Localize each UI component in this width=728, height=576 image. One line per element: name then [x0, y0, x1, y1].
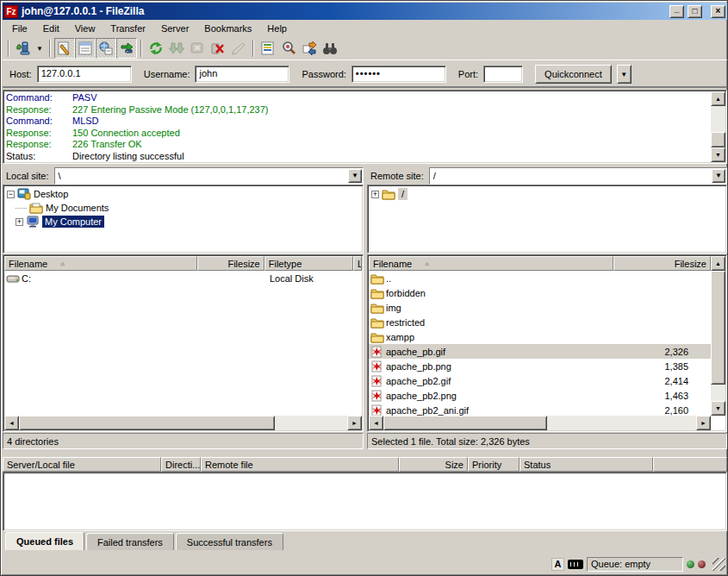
- folder-icon: [370, 331, 384, 343]
- log-vertical-scrollbar[interactable]: ▲ ▼: [711, 91, 725, 162]
- remote-vertical-scrollbar[interactable]: ▲ ▼: [711, 256, 725, 416]
- log-line: Response:150 Connection accepted: [3, 128, 726, 140]
- minimize-button[interactable]: _: [669, 5, 684, 18]
- remote-horizontal-scrollbar[interactable]: ◄ ►: [369, 416, 711, 430]
- filter-button[interactable]: [258, 38, 278, 59]
- host-input[interactable]: 127.0.0.1: [37, 66, 132, 83]
- tree-item-desktop[interactable]: − Desktop: [3, 187, 363, 201]
- menu-transfer[interactable]: Transfer: [103, 22, 153, 35]
- table-row[interactable]: apache_pb2.png 1,463: [369, 388, 711, 403]
- scroll-right-icon[interactable]: ►: [347, 416, 362, 430]
- column-header-priority[interactable]: Priority: [468, 457, 520, 472]
- tree-item-my-documents[interactable]: My Documents: [3, 201, 363, 215]
- table-row[interactable]: ..: [369, 271, 711, 285]
- password-input[interactable]: ••••••: [352, 66, 446, 83]
- table-row[interactable]: apache_pb2_ani.gif 2,160: [369, 403, 711, 416]
- find-files-button[interactable]: [320, 38, 340, 59]
- resize-grip[interactable]: [712, 558, 725, 571]
- column-header-filename[interactable]: Filename ▲: [4, 256, 197, 271]
- port-input[interactable]: [483, 66, 523, 83]
- table-row[interactable]: C: Local Disk: [4, 271, 362, 285]
- synchronized-browsing-button[interactable]: [299, 38, 320, 59]
- quickconnect-button[interactable]: Quickconnect: [535, 65, 612, 84]
- chevron-down-icon[interactable]: ▼: [348, 169, 362, 183]
- disconnect-button[interactable]: [208, 38, 228, 59]
- close-button[interactable]: ×: [711, 5, 725, 18]
- table-row-selected[interactable]: apache_pb.gif 2,326: [369, 344, 711, 359]
- table-row[interactable]: restricted: [369, 315, 711, 329]
- column-header-size[interactable]: Size: [399, 457, 468, 472]
- abort-button[interactable]: [228, 38, 249, 59]
- quickconnect-dropdown-button[interactable]: ▼: [617, 65, 632, 84]
- remote-site-combobox[interactable]: / ▼: [429, 167, 727, 185]
- status-badge-icon[interactable]: [568, 560, 583, 569]
- tab-failed-transfers[interactable]: Failed transfers: [86, 533, 174, 550]
- queue-list[interactable]: [3, 472, 727, 531]
- expand-icon[interactable]: +: [371, 191, 379, 198]
- table-row[interactable]: xampp: [369, 329, 711, 344]
- column-header-direction[interactable]: Directi...: [161, 457, 201, 472]
- cancel-button[interactable]: [187, 38, 208, 59]
- menu-bookmarks[interactable]: Bookmarks: [196, 22, 259, 35]
- column-header-filesize[interactable]: Filesize: [197, 256, 264, 271]
- chevron-down-icon[interactable]: ▼: [712, 169, 725, 183]
- menu-server[interactable]: Server: [153, 22, 196, 35]
- column-header-filename[interactable]: Filename ▲: [369, 256, 613, 271]
- site-manager-icon: [16, 41, 31, 56]
- column-header-last-modified[interactable]: L: [353, 256, 362, 271]
- folder-icon: [370, 302, 384, 314]
- site-manager-dropdown-button[interactable]: ▼: [34, 38, 46, 59]
- menu-file[interactable]: File: [4, 22, 35, 35]
- column-header-server-local-file[interactable]: Server/Local file: [3, 457, 161, 472]
- image-file-icon: [370, 360, 384, 373]
- toggle-remote-tree-button[interactable]: [96, 38, 116, 59]
- file-size: 2,414: [664, 376, 688, 386]
- tab-successful-transfers[interactable]: Successful transfers: [176, 533, 283, 550]
- remote-vscroll-thumb[interactable]: [711, 271, 725, 385]
- message-log[interactable]: Command:PASV Response:227 Entering Passi…: [3, 90, 727, 164]
- remote-status-text: Selected 1 file. Total size: 2,326 bytes: [371, 436, 530, 447]
- title-bar[interactable]: Fz john@127.0.0.1 - FileZilla _ □ ×: [3, 3, 727, 20]
- scroll-left-icon[interactable]: ◄: [369, 416, 383, 430]
- refresh-button[interactable]: [146, 38, 166, 59]
- toggle-message-log-button[interactable]: [54, 38, 75, 59]
- log-scroll-thumb[interactable]: [711, 132, 725, 147]
- scroll-down-icon[interactable]: ▼: [711, 401, 725, 416]
- table-row[interactable]: forbidden: [369, 285, 711, 300]
- column-header-filetype[interactable]: Filetype: [264, 256, 353, 271]
- transfer-type-indicator-icon[interactable]: A: [551, 558, 564, 571]
- file-name: img: [386, 303, 401, 313]
- scroll-up-icon[interactable]: ▲: [711, 256, 725, 271]
- tree-item-root[interactable]: + /: [368, 187, 726, 201]
- column-header-status[interactable]: Status: [520, 457, 653, 472]
- scroll-right-icon[interactable]: ►: [696, 416, 711, 430]
- scroll-left-icon[interactable]: ◄: [4, 416, 19, 430]
- table-row[interactable]: apache_pb2.gif 2,414: [369, 373, 711, 388]
- local-hscroll-thumb[interactable]: [19, 416, 275, 430]
- column-header-remote-file[interactable]: Remote file: [201, 457, 399, 472]
- toggle-transfer-queue-button[interactable]: [116, 38, 137, 59]
- scroll-up-icon[interactable]: ▲: [711, 91, 725, 106]
- tab-queued-files[interactable]: Queued files: [5, 532, 84, 550]
- menu-edit[interactable]: Edit: [35, 22, 67, 35]
- local-site-combobox[interactable]: \ ▼: [54, 167, 364, 185]
- table-row[interactable]: img: [369, 300, 711, 315]
- binoculars-icon: [322, 41, 338, 56]
- remote-hscroll-thumb[interactable]: [383, 416, 547, 430]
- site-manager-button[interactable]: [13, 38, 34, 59]
- username-input[interactable]: john: [195, 66, 289, 83]
- scroll-down-icon[interactable]: ▼: [711, 147, 725, 162]
- menu-view[interactable]: View: [67, 22, 103, 35]
- column-header-filesize[interactable]: Filesize: [613, 256, 711, 271]
- menu-help[interactable]: Help: [259, 22, 295, 35]
- local-treeview-icon: [78, 41, 93, 56]
- tree-item-my-computer[interactable]: + My Computer: [3, 215, 363, 229]
- toggle-local-tree-button[interactable]: [75, 38, 96, 59]
- collapse-icon[interactable]: −: [7, 191, 15, 198]
- table-row[interactable]: apache_pb.png 1,385: [369, 359, 711, 373]
- process-queue-button[interactable]: [166, 38, 187, 59]
- compare-directories-button[interactable]: [278, 38, 299, 59]
- local-horizontal-scrollbar[interactable]: ◄ ►: [4, 416, 362, 430]
- maximize-button[interactable]: □: [688, 5, 702, 18]
- expand-icon[interactable]: +: [16, 218, 23, 226]
